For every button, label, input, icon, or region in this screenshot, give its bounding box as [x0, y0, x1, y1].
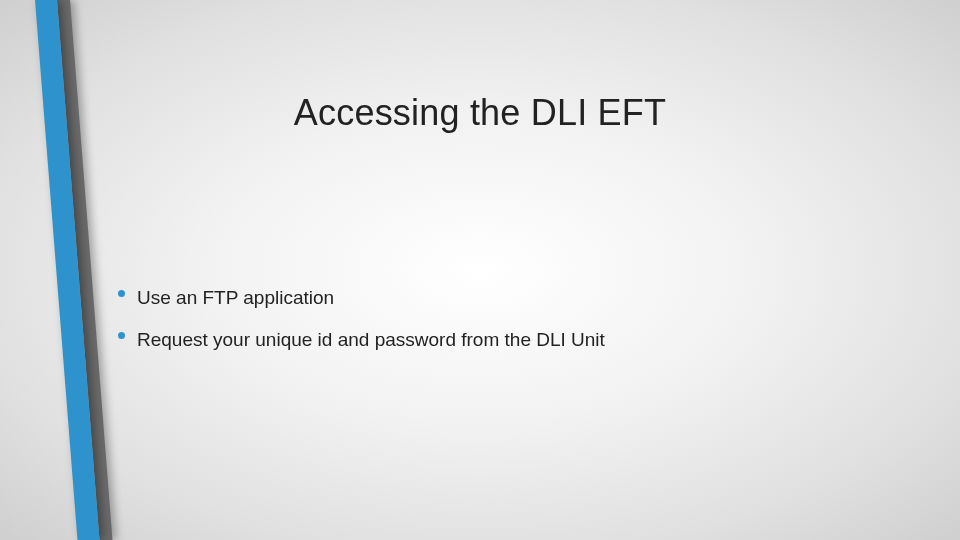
accent-stripes: [35, 0, 75, 540]
list-item: Request your unique id and password from…: [118, 327, 900, 353]
bullet-text: Use an FTP application: [137, 285, 334, 311]
bullet-icon: [118, 290, 125, 297]
bullet-icon: [118, 332, 125, 339]
list-item: Use an FTP application: [118, 285, 900, 311]
content-area: Use an FTP application Request your uniq…: [118, 285, 900, 368]
slide-title: Accessing the DLI EFT: [0, 92, 960, 134]
bullet-text: Request your unique id and password from…: [137, 327, 605, 353]
